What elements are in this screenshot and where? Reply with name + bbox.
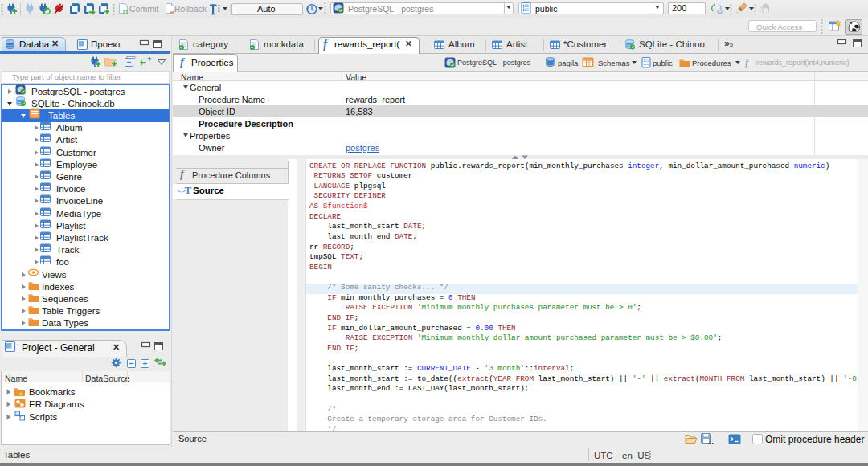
svg-text:f: f: [323, 37, 329, 51]
svg-text:f: f: [745, 56, 750, 68]
svg-text:f: f: [180, 55, 186, 68]
svg-text:f: f: [180, 167, 186, 180]
svg-text:T: T: [185, 184, 192, 196]
